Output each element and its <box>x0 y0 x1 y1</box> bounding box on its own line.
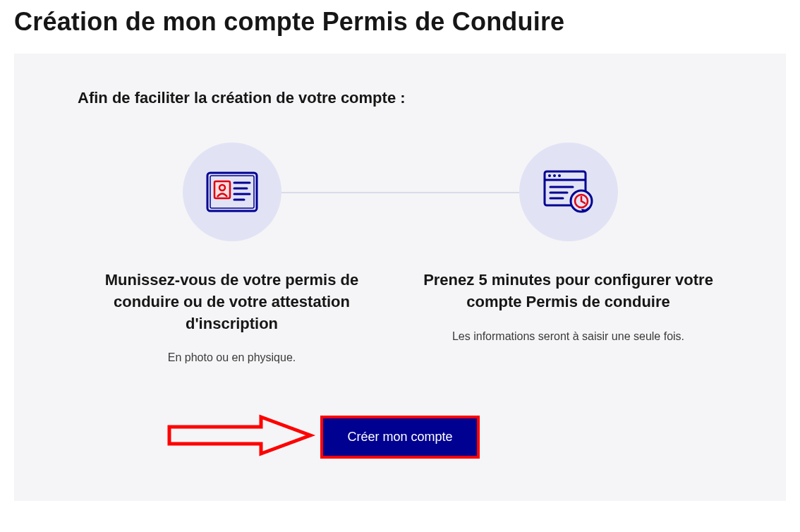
svg-point-11 <box>553 174 556 177</box>
arrow-annotation-icon <box>162 414 317 459</box>
create-account-button[interactable]: Créer mon compte <box>320 416 479 459</box>
step-2-title: Prenez 5 minutes pour configurer votre c… <box>414 270 722 313</box>
svg-point-10 <box>548 174 551 177</box>
step-2: Prenez 5 minutes pour configurer votre c… <box>414 143 722 366</box>
page-title: Création de mon compte Permis de Conduir… <box>14 7 786 37</box>
cta-row: Créer mon compte <box>78 416 722 459</box>
steps-row: Munissez-vous de votre permis de conduir… <box>78 143 722 366</box>
step-1-title: Munissez-vous de votre permis de conduir… <box>78 270 386 334</box>
intro-text: Afin de faciliter la création de votre c… <box>78 89 722 107</box>
step-1-desc: En photo ou en physique. <box>78 350 386 365</box>
step-2-desc: Les informations seront à saisir une seu… <box>414 329 722 344</box>
step-1: Munissez-vous de votre permis de conduir… <box>78 143 386 366</box>
id-card-icon <box>183 143 281 241</box>
svg-point-12 <box>558 174 561 177</box>
info-card: Afin de faciliter la création de votre c… <box>14 54 786 501</box>
browser-timer-icon <box>519 143 618 241</box>
